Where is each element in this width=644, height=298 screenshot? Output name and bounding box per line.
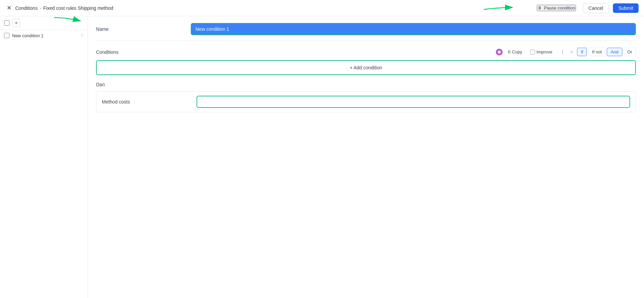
conditions-close-icon: × — [570, 49, 573, 55]
svg-point-0 — [498, 50, 501, 54]
pause-condition-button[interactable]: ⏸ Pause condition — [537, 5, 576, 11]
conditions-section-title: Conditions — [96, 49, 118, 55]
name-input[interactable]: New condition 1 — [191, 23, 636, 35]
condition-type-if-not[interactable]: If not — [588, 48, 605, 56]
conditions-close-button[interactable]: × — [570, 49, 573, 55]
copy-label: Copy — [512, 49, 522, 54]
improve-button[interactable]: Improve — [528, 48, 555, 56]
pause-icon: ⏸ — [537, 5, 542, 10]
name-label: Name — [96, 26, 191, 32]
select-all-checkbox[interactable] — [4, 20, 9, 26]
close-button[interactable]: ✕ — [5, 3, 13, 13]
add-condition-box[interactable]: + Add condition — [96, 60, 636, 75]
plus-icon: + — [15, 20, 18, 26]
cancel-button[interactable]: Cancel — [583, 3, 609, 13]
sidebar-condition-item[interactable]: New condition 1 ⠿ — [0, 30, 88, 41]
condition-type-and[interactable]: And — [607, 48, 622, 56]
if-not-label: If not — [592, 49, 602, 54]
main-content: Name New condition 1 Conditions ⎘ — [88, 16, 644, 298]
condition-item-checkbox[interactable] — [4, 33, 9, 38]
or-label: Or — [627, 49, 632, 54]
improve-icon — [530, 50, 535, 54]
breadcrumb-separator: › — [40, 5, 41, 11]
name-field-row: Name New condition 1 — [96, 23, 636, 41]
condition-type-buttons: If If not And Or — [577, 48, 636, 56]
ai-icon — [496, 49, 503, 55]
dan-title: Dan — [96, 82, 636, 87]
sidebar-toolbar: + — [0, 16, 88, 30]
method-costs-row: Method costs — [96, 91, 636, 112]
drag-handle-icon: ⠿ — [80, 33, 84, 38]
dan-section: Dan Method costs — [96, 82, 636, 112]
more-icon: ⋮ — [560, 49, 565, 54]
copy-button[interactable]: ⎘ Copy — [505, 48, 525, 56]
close-icon: ✕ — [7, 5, 11, 11]
if-label: If — [581, 49, 583, 54]
add-condition-sidebar-button[interactable]: + — [12, 19, 20, 27]
condition-type-or[interactable]: Or — [624, 48, 636, 56]
conditions-section: Conditions ⎘ Copy I — [96, 48, 636, 75]
pause-condition-label: Pause condition — [544, 5, 575, 10]
copy-icon: ⎘ — [508, 49, 511, 54]
conditions-toolbar: ⎘ Copy Improve ⋮ × — [496, 48, 573, 56]
submit-button[interactable]: Submit — [613, 3, 639, 13]
method-costs-input[interactable] — [197, 96, 630, 108]
breadcrumb-parent[interactable]: Conditions — [15, 5, 38, 11]
conditions-header: Conditions ⎘ Copy I — [96, 48, 636, 56]
breadcrumb-current: Fixed cost rules Shipping method — [43, 5, 113, 11]
method-costs-label: Method costs — [102, 99, 197, 105]
improve-label: Improve — [536, 49, 552, 54]
condition-item-label: New condition 1 — [12, 33, 78, 38]
more-options-button[interactable]: ⋮ — [558, 48, 568, 56]
add-condition-label: + Add condition — [350, 65, 382, 70]
and-label: And — [611, 49, 618, 54]
condition-type-if[interactable]: If — [577, 48, 587, 56]
breadcrumb: Conditions › Fixed cost rules Shipping m… — [15, 5, 113, 11]
